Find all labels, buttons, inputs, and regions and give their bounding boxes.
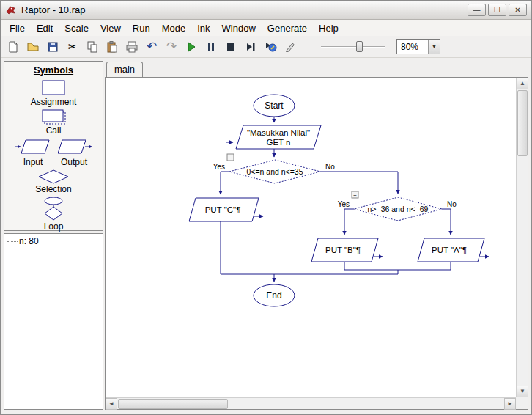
zoom-slider[interactable] — [321, 40, 385, 54]
input-text-line1: "Masukkan Nilai" — [247, 128, 310, 137]
menu-item-view[interactable]: View — [95, 21, 127, 35]
tab-main[interactable]: main — [106, 62, 143, 77]
pause-button[interactable] — [202, 37, 221, 56]
main-area: main — [105, 61, 528, 410]
pen-button[interactable] — [281, 37, 300, 56]
symbol-loop[interactable]: Loop — [4, 196, 103, 232]
new-icon — [7, 40, 20, 54]
selection2-collapse-button[interactable]: − — [352, 191, 358, 199]
paste-button[interactable] — [103, 37, 122, 56]
zoom-slider-handle[interactable] — [356, 41, 363, 52]
menu-item-ink[interactable]: Ink — [191, 21, 215, 35]
put-c-label: PUT "C"¶ — [205, 205, 241, 214]
menu-item-generate[interactable]: Generate — [262, 21, 313, 35]
symbol-selection-label: Selection — [35, 184, 71, 194]
tree-branch-icon — [7, 241, 18, 242]
symbol-assignment[interactable]: Assignment — [4, 78, 103, 107]
start-shape[interactable]: Start — [254, 95, 295, 117]
watch-variable-label: n: 80 — [19, 236, 39, 246]
sidebar: Symbols Assignment Call — [4, 61, 103, 410]
selection1-no-label: No — [325, 163, 335, 171]
symbol-loop-label: Loop — [44, 221, 64, 232]
selection1-shape[interactable]: 0<=n and n<=35 — [229, 160, 320, 183]
menu-item-scale[interactable]: Scale — [59, 21, 95, 35]
end-label: End — [266, 290, 281, 301]
arrow-right-icon: ► — [507, 400, 513, 407]
minimize-icon: — — [473, 6, 481, 14]
step-icon — [244, 40, 257, 54]
raptor-window: Raptor - 10.rap — ❐ ✕ File Edit Scale Vi… — [0, 0, 532, 415]
menu-item-edit[interactable]: Edit — [31, 21, 59, 35]
symbols-panel: Symbols Assignment Call — [4, 61, 103, 231]
scroll-down-button[interactable]: ▼ — [517, 386, 528, 397]
raptor-app-icon — [5, 4, 17, 16]
stop-button[interactable] — [221, 37, 240, 56]
menu-item-help[interactable]: Help — [313, 21, 344, 35]
pause-icon — [204, 40, 218, 54]
watch-variable-n[interactable]: n: 80 — [7, 236, 100, 246]
minimize-button[interactable]: — — [468, 4, 486, 16]
vertical-scroll-thumb[interactable] — [517, 90, 528, 156]
cut-icon: ✂ — [68, 40, 78, 54]
scroll-up-button[interactable]: ▲ — [517, 78, 528, 89]
copy-icon — [86, 40, 99, 54]
print-button[interactable] — [122, 37, 141, 56]
canvas-container: Start "Masukkan Nilai" GET n 0<=n and n<… — [105, 77, 528, 410]
new-button[interactable] — [4, 37, 23, 56]
horizontal-scrollbar[interactable]: ◄ ► — [106, 397, 516, 409]
cut-button[interactable]: ✂ — [63, 37, 82, 56]
symbol-selection[interactable]: Selection — [4, 169, 103, 194]
selection1-collapse-button[interactable]: − — [227, 154, 234, 161]
menu-item-file[interactable]: File — [4, 21, 31, 35]
selection2-condition: n>=36 and n<=69 — [368, 205, 429, 213]
run-to-button[interactable] — [261, 37, 280, 56]
menu-bar: File Edit Scale View Run Mode Ink Window… — [1, 20, 531, 36]
copy-button[interactable] — [83, 37, 102, 56]
symbol-input[interactable]: Input — [14, 137, 52, 167]
redo-button[interactable]: ↷ — [162, 37, 181, 56]
selection2-yes-label: Yes — [338, 200, 350, 208]
close-button[interactable]: ✕ — [509, 4, 527, 16]
horizontal-scroll-thumb[interactable] — [118, 399, 228, 409]
output-put-b-shape[interactable]: PUT "B"¶ — [311, 238, 378, 262]
undo-icon: ↶ — [147, 39, 157, 54]
menu-item-mode[interactable]: Mode — [156, 21, 192, 35]
scroll-left-button[interactable]: ◄ — [106, 398, 117, 410]
output-put-c-shape[interactable]: PUT "C"¶ — [189, 198, 259, 221]
save-icon — [46, 40, 59, 54]
run-to-icon — [264, 40, 277, 54]
arrow-down-icon: ▼ — [520, 388, 525, 394]
toolbar: ✂ ↶ ↷ — [1, 36, 531, 58]
symbol-output-label: Output — [61, 157, 87, 167]
symbol-output[interactable]: Output — [55, 137, 93, 167]
open-button[interactable] — [23, 37, 43, 56]
zoom-combobox[interactable]: 80% ▼ — [396, 39, 440, 54]
step-button[interactable] — [241, 37, 260, 56]
symbol-call-label: Call — [46, 125, 62, 136]
vertical-scrollbar[interactable]: ▲ ▼ — [516, 78, 528, 397]
selection1-yes-label: Yes — [213, 163, 225, 171]
flowchart-canvas[interactable]: Start "Masukkan Nilai" GET n 0<=n and n<… — [106, 78, 516, 397]
output-put-a-shape[interactable]: PUT "A"¶ — [418, 238, 484, 262]
symbol-input-label: Input — [23, 157, 43, 167]
collapse-minus-icon: − — [353, 192, 357, 199]
selection2-shape[interactable]: n>=36 and n<=69 — [354, 197, 442, 221]
scroll-right-button[interactable]: ► — [504, 398, 516, 410]
input-get-shape[interactable]: "Masukkan Nilai" GET n — [236, 125, 321, 149]
menu-item-window[interactable]: Window — [216, 21, 262, 35]
undo-button[interactable]: ↶ — [142, 37, 161, 56]
zoom-slider-track — [321, 46, 385, 48]
menu-item-run[interactable]: Run — [127, 21, 156, 35]
title-bar[interactable]: Raptor - 10.rap — ❐ ✕ — [1, 1, 531, 20]
stop-icon — [224, 40, 237, 54]
run-icon — [185, 40, 198, 54]
end-shape[interactable]: End — [254, 284, 295, 306]
zoom-dropdown-button[interactable]: ▼ — [428, 40, 440, 54]
call-icon — [37, 109, 70, 126]
symbol-call[interactable]: Call — [4, 109, 103, 136]
save-button[interactable] — [43, 37, 62, 56]
chevron-down-icon: ▼ — [432, 43, 437, 50]
zoom-value: 80% — [397, 42, 428, 52]
run-button[interactable] — [182, 37, 201, 56]
maximize-button[interactable]: ❐ — [488, 4, 506, 16]
